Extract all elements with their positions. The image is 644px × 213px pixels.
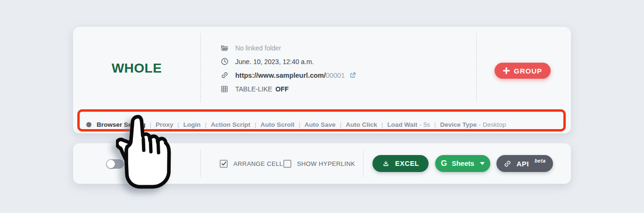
show-hyperlink-label: SHOW HYPERLINK [297,160,355,167]
show-hyperlink-option[interactable]: SHOW HYPERLINK [283,143,355,184]
page: WHOLE No linked folder [0,0,644,213]
table-like-label: TABLE-LIKE [235,85,272,93]
link-icon [220,71,229,80]
table-grid-icon [220,85,229,93]
separator: | [205,121,206,128]
separator: | [381,121,383,128]
export-sheets-button[interactable]: G Sheets [435,155,490,172]
api-link-icon [504,160,512,168]
toggle-knob [107,160,115,168]
add-group-button-label: GROUP [514,67,542,75]
separator: | [150,121,151,128]
load-wait-value: 5s [423,121,430,128]
api-button-label: API [516,160,529,168]
linked-folder-text: No linked folder [235,44,281,52]
export-excel-button[interactable]: EXCEL [372,155,429,172]
separator: | [298,121,300,128]
clock-icon [220,57,229,66]
export-sheets-label: Sheets [452,160,474,167]
table-like-value: OFF [275,85,289,93]
linked-folder-row: No linked folder [220,41,356,55]
dash: - [479,121,481,128]
dash: - [419,121,421,128]
settings-item-auto-save[interactable]: Auto Save [305,121,336,128]
show-hyperlink-checkbox[interactable] [283,160,291,168]
source-url-row: https://www.sampleurl.com/00001 [220,68,356,82]
settings-item-device-type[interactable]: Device Type [440,121,477,128]
folder-open-icon [220,44,229,52]
divider [363,150,363,177]
separator: | [340,121,341,128]
export-excel-label: EXCEL [395,160,419,167]
arrange-cell-option[interactable]: ARRANGE CELL [220,143,283,184]
table-like-row: TABLE-LIKE OFF [220,82,356,96]
separator: | [255,121,256,128]
external-link-icon[interactable] [349,72,356,79]
divider [200,33,201,102]
settings-item-proxy[interactable]: Proxy [156,121,173,128]
add-group-button[interactable]: GROUP [495,63,551,79]
divider [200,150,201,177]
google-g-icon: G [441,159,447,168]
list-summary-card: WHOLE No linked folder [73,27,571,133]
api-button[interactable]: API beta [496,155,553,172]
list-title: WHOLE [112,61,162,76]
beta-badge: beta [535,158,546,164]
settings-item-action-script[interactable]: Action Script [211,121,250,128]
settings-item-auto-click[interactable]: Auto Click [346,121,377,128]
arrange-cell-label: ARRANGE CELL [233,160,283,167]
settings-item-auto-scroll[interactable]: Auto Scroll [260,121,294,128]
created-date-row: June. 10, 2023, 12:40 a.m. [220,55,356,68]
list-info-column: No linked folder June. 10, 2023, 12:40 a… [220,41,356,96]
list-toggle-switch[interactable] [106,159,124,169]
status-dot-icon [86,122,91,127]
settings-item-browser-setting[interactable]: Browser Setting [97,121,146,128]
download-icon [382,160,390,168]
device-type-value: Desktop [483,121,506,128]
source-url-base[interactable]: https://www.sampleurl.com/ [235,72,326,79]
arrange-cell-checkbox[interactable] [220,160,228,168]
check-icon [221,161,227,166]
divider [476,33,477,102]
source-url-id[interactable]: 00001 [326,72,345,79]
plus-icon [503,67,510,74]
list-title-column: WHOLE [73,27,200,110]
separator: | [177,121,179,128]
chevron-down-icon [480,162,485,165]
quick-settings-bar: Browser Setting | Proxy | Login | Action… [86,115,561,133]
settings-item-login[interactable]: Login [183,121,201,128]
settings-item-load-wait[interactable]: Load Wait [387,121,417,128]
list-actions-card: ARRANGE CELL SHOW HYPERLINK EXCEL G Shee… [73,143,571,184]
separator: | [434,121,436,128]
created-date-text: June. 10, 2023, 12:40 a.m. [235,58,314,66]
